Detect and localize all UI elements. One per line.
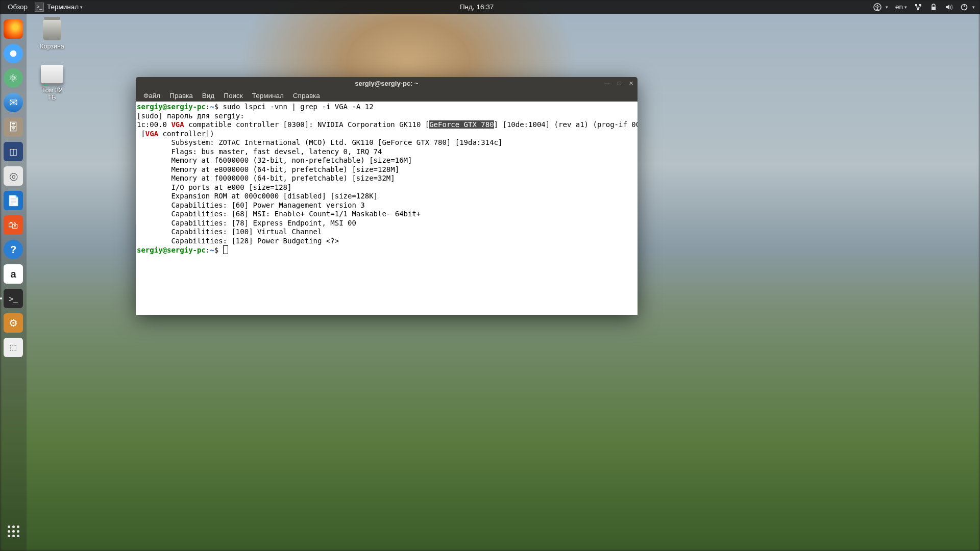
out: Memory at f0000000 (64-bit, prefetchable… <box>137 174 395 182</box>
dock-chromium[interactable] <box>3 43 24 64</box>
terminal-menubar: Файл Правка Вид Поиск Терминал Справка <box>136 89 638 102</box>
trash-icon <box>43 20 61 40</box>
out: Memory at e8000000 (64-bit, prefetchable… <box>137 165 399 173</box>
command-line: sudo lspci -vnn | grep -i VGA -A 12 <box>223 103 374 111</box>
close-button[interactable]: ✕ <box>628 80 634 87</box>
menu-view[interactable]: Вид <box>198 89 219 102</box>
clock-label: Пнд, 16:37 <box>460 3 494 11</box>
virtualbox-icon: ◫ <box>4 142 23 161</box>
out: Capabilities: [60] Power Management vers… <box>137 201 365 209</box>
out: Flags: bus master, fast devsel, latency … <box>137 147 382 156</box>
help-icon: ? <box>4 240 23 259</box>
dock-software[interactable]: 🛍 <box>3 214 24 236</box>
desktop-icons: Корзина Том 32 ГБ <box>31 17 74 112</box>
disks-icon: ◎ <box>4 166 23 186</box>
out: [ <box>137 130 145 138</box>
software-icon: 🛍 <box>4 215 23 235</box>
dock-app1[interactable]: ⚙ <box>3 312 24 334</box>
drive-label-2: ГБ <box>31 94 74 101</box>
activities-label: Обзор <box>8 3 28 11</box>
out: Memory at f6000000 (32-bit, non-prefetch… <box>137 156 412 164</box>
terminal-window: sergiy@sergiy-pc: ~ — □ ✕ Файл Правка Ви… <box>136 77 638 315</box>
terminal-icon: >_ <box>4 289 23 308</box>
prompt-user: sergiy@sergiy-pc <box>137 246 206 254</box>
out: ] [10de:1004] (rev a1) (prog-if 00 <box>494 120 638 129</box>
out-vga: VGA <box>171 120 184 129</box>
mail-icon: ✉ <box>4 93 23 112</box>
top-bar: Обзор >_ Терминал ▾ Пнд, 16:37 ▾ en ▾ ▾ <box>0 0 735 14</box>
out: Subsystem: ZOTAC International (MCO) Ltd… <box>137 138 502 146</box>
out: Capabilities: [78] Express Endpoint, MSI… <box>137 219 356 227</box>
out: controller]) <box>158 130 214 138</box>
out: 1c:00.0 <box>137 120 171 129</box>
terminal-icon: >_ <box>35 3 44 12</box>
dock-files[interactable]: 🗄 <box>3 116 24 138</box>
out: I/O ports at e000 [size=128] <box>137 183 291 191</box>
active-app-label: Терминал <box>47 3 79 11</box>
active-app-menu[interactable]: >_ Терминал ▾ <box>31 0 86 14</box>
writer-icon: 📄 <box>4 191 23 210</box>
files-icon: 🗄 <box>4 117 23 137</box>
out: compatible controller [0300]: NVIDIA Cor… <box>184 120 429 129</box>
menu-edit[interactable]: Правка <box>165 89 198 102</box>
firefox-icon <box>4 19 23 39</box>
drive-icon <box>41 65 63 83</box>
activities-button[interactable]: Обзор <box>4 0 31 14</box>
dock-app2[interactable]: ⬚ <box>3 337 24 358</box>
prompt-user: sergiy@sergiy-pc <box>137 103 206 111</box>
clock-button[interactable]: Пнд, 16:37 <box>456 0 497 14</box>
dock-amazon[interactable]: a <box>3 263 24 285</box>
prompt-path: ~ <box>210 103 214 111</box>
out: Expansion ROM at 000c0000 [disabled] [si… <box>137 192 378 200</box>
out-vga: VGA <box>145 130 158 138</box>
chevron-down-icon: ▾ <box>80 5 83 10</box>
menu-search[interactable]: Поиск <box>219 89 247 102</box>
prompt-end: $ <box>214 246 218 254</box>
dock-mail[interactable]: ✉ <box>3 92 24 113</box>
prompt-path: ~ <box>210 246 214 254</box>
window-titlebar[interactable]: sergiy@sergiy-pc: ~ — □ ✕ <box>136 77 638 89</box>
out: Capabilities: [128] Power Budgeting <?> <box>137 237 339 245</box>
terminal-output[interactable]: sergiy@sergiy-pc:~$ sudo lspci -vnn | gr… <box>136 102 638 315</box>
maximize-button[interactable]: □ <box>616 80 623 87</box>
drive-desktop-icon[interactable]: Том 32 ГБ <box>31 61 74 101</box>
dock-help[interactable]: ? <box>3 239 24 260</box>
terminal-cursor <box>223 245 228 254</box>
amazon-icon: a <box>4 264 23 284</box>
dock-atom[interactable]: ⚛ <box>3 67 24 89</box>
out: Capabilities: [100] Virtual Channel <box>137 228 322 236</box>
prompt-end: $ <box>214 103 218 111</box>
menu-file[interactable]: Файл <box>139 89 165 102</box>
chromium-icon <box>4 44 23 63</box>
trash-label: Корзина <box>31 43 74 50</box>
menu-help[interactable]: Справка <box>288 89 325 102</box>
trash-desktop-icon[interactable]: Корзина <box>31 17 74 50</box>
window-title: sergiy@sergiy-pc: ~ <box>136 80 638 87</box>
dock-firefox[interactable] <box>3 18 24 40</box>
dock-terminal[interactable]: >_ <box>3 288 24 309</box>
app2-icon: ⬚ <box>4 338 23 357</box>
menu-terminal[interactable]: Терминал <box>248 89 288 102</box>
dock-disks[interactable]: ◎ <box>3 165 24 187</box>
out: Capabilities: [68] MSI: Enable+ Count=1/… <box>137 210 421 218</box>
dock-virtualbox[interactable]: ◫ <box>3 141 24 162</box>
dock: ⚛ ✉ 🗄 ◫ ◎ 📄 🛍 ? a >_ ⚙ ⬚ <box>0 14 27 413</box>
out-highlight: GeForce GTX 780 <box>429 120 494 129</box>
sudo-prompt: [sudo] пароль для sergiy: <box>137 112 244 120</box>
dock-writer[interactable]: 📄 <box>3 190 24 211</box>
atom-icon: ⚛ <box>4 68 23 88</box>
drive-label-1: Том 32 <box>31 87 74 94</box>
app1-icon: ⚙ <box>4 313 23 333</box>
minimize-button[interactable]: — <box>604 80 611 87</box>
